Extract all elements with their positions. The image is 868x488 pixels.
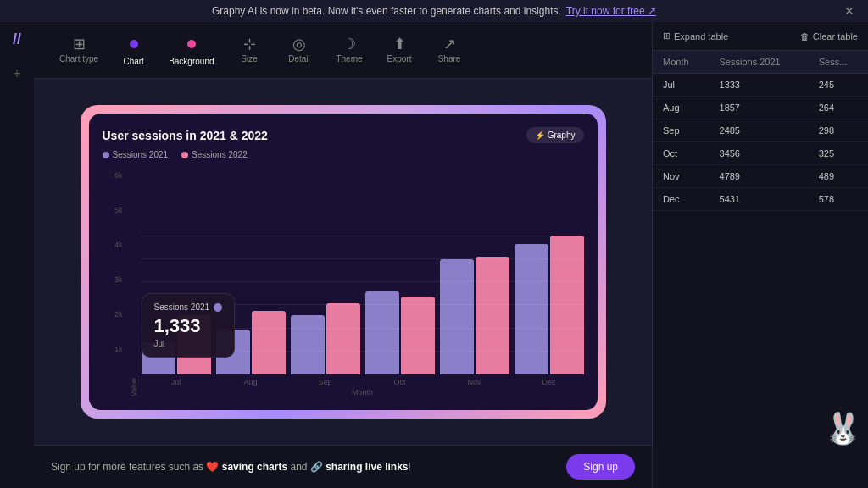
toolbar-background-label: Background: [169, 57, 214, 66]
chart-legend: Sessions 2021 Sessions 2022: [103, 150, 584, 159]
tooltip-label: Sessions 2021: [154, 302, 222, 312]
chart-body: 6k 5k 4k 3k 2k 1k Value: [103, 169, 584, 396]
x-axis-labels: JulAugSepOctNovDec: [142, 378, 584, 386]
bar-2022-nov[interactable]: [476, 257, 509, 374]
bar-2022-dec[interactable]: [550, 236, 584, 374]
expand-table-button[interactable]: ⊞ Expand table: [663, 30, 728, 42]
toolbar-theme[interactable]: ☽ Theme: [326, 31, 373, 69]
bar-2022-aug[interactable]: [252, 311, 286, 374]
bar-2021-sep[interactable]: [291, 315, 325, 374]
bar-2022-sep[interactable]: [326, 303, 360, 374]
toolbar-export[interactable]: ⬆ Export: [376, 31, 423, 69]
cell-s2022: 325: [809, 142, 868, 165]
table-row: Aug1857264: [653, 97, 868, 119]
tooltip-month: Jul: [154, 339, 222, 348]
cell-s2021: 4789: [709, 165, 809, 188]
x-label-aug: Aug: [216, 378, 286, 386]
bar-group-nov: [440, 257, 509, 374]
table-head: Month Sessions 2021 Sess...: [653, 51, 868, 74]
legend-dot-2021: [103, 152, 109, 158]
toolbar: ⊞ Chart type Chart Background ⊹ Size ◎: [34, 22, 652, 79]
cell-s2022: 298: [809, 119, 868, 142]
toolbar-share[interactable]: ↗ Share: [426, 31, 473, 69]
chart-outer: User sessions in 2021 & 2022 ⚡ Graphy Se…: [81, 105, 606, 419]
mascot: 🐰: [817, 403, 868, 454]
toolbar-detail[interactable]: ◎ Detail: [276, 31, 323, 69]
chart-inner: User sessions in 2021 & 2022 ⚡ Graphy Se…: [89, 114, 598, 410]
sidebar-add-button[interactable]: +: [7, 64, 27, 84]
legend-label-2021: Sessions 2021: [113, 150, 169, 159]
toolbar-chart-type-label: Chart type: [59, 54, 98, 64]
cell-s2021: 2485: [709, 119, 809, 142]
cell-month: Aug: [653, 97, 709, 119]
toolbar-detail-label: Detail: [288, 54, 310, 64]
bar-2022-oct[interactable]: [401, 297, 435, 374]
cell-s2022: 264: [809, 97, 868, 119]
chart-title: User sessions in 2021 & 2022: [103, 129, 268, 142]
toolbar-chart[interactable]: Chart: [110, 29, 157, 71]
background-dot: [187, 40, 196, 48]
cell-month: Sep: [653, 119, 709, 142]
cell-s2021: 1857: [709, 97, 809, 119]
col-month: Month: [653, 51, 709, 74]
cell-s2021: 3456: [709, 142, 809, 165]
detail-icon: ◎: [292, 36, 306, 52]
cell-month: Jul: [653, 74, 709, 97]
y-axis-title: Value: [130, 378, 138, 396]
x-label-nov: Nov: [440, 378, 509, 386]
tooltip-value: 1,333: [154, 315, 222, 337]
legend-label-2022: Sessions 2022: [192, 150, 248, 159]
chart-section: User sessions in 2021 & 2022 ⚡ Graphy Se…: [34, 79, 652, 445]
bar-group-oct: [365, 291, 435, 374]
legend-item-2021: Sessions 2021: [103, 150, 169, 159]
cell-s2022: 578: [809, 188, 868, 211]
table-row: Nov4789489: [653, 165, 868, 188]
table-row: Oct3456325: [653, 142, 868, 165]
bar-group-sep: [291, 303, 360, 374]
sidebar: // +: [0, 22, 34, 488]
toolbar-chart-type[interactable]: ⊞ Chart type: [51, 31, 107, 69]
table-header-row: ⊞ Expand table 🗑 Clear table: [653, 22, 868, 51]
tooltip-dot: [214, 303, 222, 312]
cell-month: Nov: [653, 165, 709, 188]
close-icon[interactable]: ✕: [844, 4, 854, 18]
chart-type-icon: ⊞: [73, 36, 86, 52]
signup-button[interactable]: Sign up: [566, 454, 635, 480]
background-icon-container: [179, 34, 204, 54]
toolbar-size-label: Size: [241, 54, 257, 64]
col-sessions-2021: Sessions 2021: [709, 51, 809, 74]
sidebar-logo: //: [13, 30, 21, 48]
bottom-bar-text: Sign up for more features such as ❤️ sav…: [51, 461, 411, 473]
bar-2021-dec[interactable]: [515, 244, 548, 374]
x-label-jul: Jul: [142, 378, 211, 386]
share-icon: ↗: [443, 36, 456, 52]
clear-table-button[interactable]: 🗑 Clear table: [800, 31, 858, 42]
bar-2021-oct[interactable]: [365, 291, 399, 374]
bars-area: Sessions 2021 1,333 Jul JulAugSepOctNovD…: [142, 236, 584, 396]
chart-dot: [130, 40, 138, 48]
toolbar-size[interactable]: ⊹ Size: [226, 31, 273, 69]
table-head-row: Month Sessions 2021 Sess...: [653, 51, 868, 74]
bars-container: Sessions 2021 1,333 Jul: [142, 236, 584, 374]
table-body: Jul1333245Aug1857264Sep2485298Oct3456325…: [653, 74, 868, 211]
main-container: // + ⊞ Chart type Chart Background: [0, 22, 868, 488]
bar-2021-nov[interactable]: [440, 259, 474, 374]
chart-brand: ⚡ Graphy: [526, 127, 584, 143]
data-table: Month Sessions 2021 Sess... Jul1333245Au…: [653, 51, 868, 437]
chart-header: User sessions in 2021 & 2022 ⚡ Graphy: [103, 127, 584, 143]
cell-s2021: 1333: [709, 74, 809, 97]
toolbar-background[interactable]: Background: [160, 29, 222, 71]
banner-cta[interactable]: Try it now for free ↗: [566, 5, 656, 17]
content-area: ⊞ Chart type Chart Background ⊹ Size ◎: [34, 22, 652, 488]
col-sessions-2022: Sess...: [809, 51, 868, 74]
legend-item-2022: Sessions 2022: [181, 150, 248, 159]
table-row: Jul1333245: [653, 74, 868, 97]
table-row: Sep2485298: [653, 119, 868, 142]
cell-s2022: 245: [809, 74, 868, 97]
bottom-bar: Sign up for more features such as ❤️ sav…: [34, 445, 652, 488]
toolbar-chart-label: Chart: [123, 57, 143, 66]
cell-month: Dec: [653, 188, 709, 211]
export-icon: ⬆: [393, 36, 406, 52]
right-panel: ⊞ Expand table 🗑 Clear table Month Sessi…: [652, 22, 868, 488]
y-axis-labels: 6k 5k 4k 3k 2k 1k: [103, 169, 123, 396]
